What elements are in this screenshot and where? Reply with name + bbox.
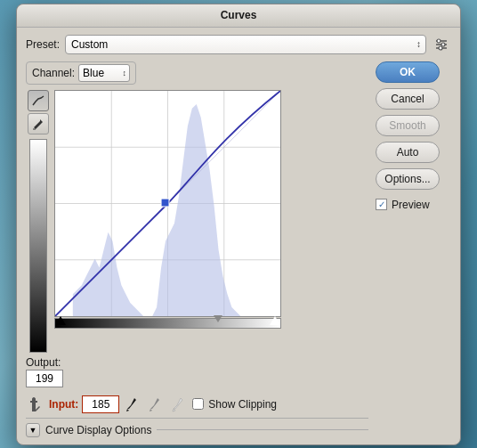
pointer-tool-btn[interactable] (26, 395, 45, 414)
channel-select[interactable]: Blue RGB Red Green (78, 64, 130, 82)
svg-rect-15 (161, 199, 169, 207)
output-value-input[interactable]: 199 (26, 370, 63, 387)
svg-point-3 (437, 39, 441, 43)
black-eyedropper-btn[interactable] (123, 395, 142, 414)
input-value-input[interactable]: 185 (82, 395, 119, 413)
preview-row: ✓ Preview (376, 199, 451, 211)
preset-label: Preset: (26, 38, 60, 51)
options-button[interactable]: Options... (376, 168, 440, 190)
output-label: Output: (26, 356, 61, 369)
bottom-toolbar: Input: 185 Show Clipping (26, 391, 368, 416)
white-slider-thumb[interactable] (270, 316, 280, 325)
smooth-button[interactable]: Smooth (376, 115, 440, 136)
svg-point-4 (441, 43, 445, 46)
channel-label: Channel: (32, 67, 75, 79)
gray-eyedropper-btn[interactable] (146, 395, 166, 414)
curve-display-options-label: Curve Display Options (45, 424, 151, 436)
preset-select[interactable]: Custom (65, 35, 426, 54)
ok-button[interactable]: OK (376, 61, 440, 83)
main-area: Channel: Blue RGB Red Green ↕ (26, 61, 451, 437)
dialog-title: Curves (17, 4, 460, 28)
pencil-tool-btn[interactable] (28, 113, 49, 134)
white-eyedropper-btn[interactable] (169, 395, 189, 414)
input-slider[interactable] (54, 318, 281, 329)
curve-canvas[interactable] (54, 90, 281, 317)
input-indicator (214, 315, 222, 322)
black-slider-thumb[interactable] (55, 316, 66, 325)
show-clipping-row: Show Clipping (192, 398, 277, 411)
curve-tool-btn[interactable] (28, 90, 49, 111)
right-panel: OK Cancel Smooth Auto Options... ✓ Previ… (376, 61, 451, 437)
gradient-bar (29, 139, 47, 353)
channel-group: Channel: Blue RGB Red Green ↕ (26, 61, 136, 85)
channel-row: Channel: Blue RGB Red Green ↕ (26, 61, 368, 85)
curve-options-icon[interactable] (432, 35, 451, 54)
curves-dialog: Curves Preset: Custom ↕ (16, 4, 461, 445)
show-clipping-checkbox[interactable] (192, 398, 204, 410)
preset-row: Preset: Custom ↕ (26, 35, 451, 54)
preview-checkbox[interactable]: ✓ (376, 199, 387, 210)
cancel-button[interactable]: Cancel (376, 88, 440, 110)
curve-display-options-disclosure[interactable]: ▼ (26, 423, 40, 437)
separator-line (157, 429, 368, 430)
curve-display-options-row: ▼ Curve Display Options (26, 418, 368, 437)
show-clipping-label: Show Clipping (208, 398, 277, 411)
preview-label: Preview (392, 199, 430, 211)
input-label: Input: (49, 398, 78, 411)
svg-point-5 (439, 46, 442, 50)
auto-button[interactable]: Auto (376, 142, 440, 163)
